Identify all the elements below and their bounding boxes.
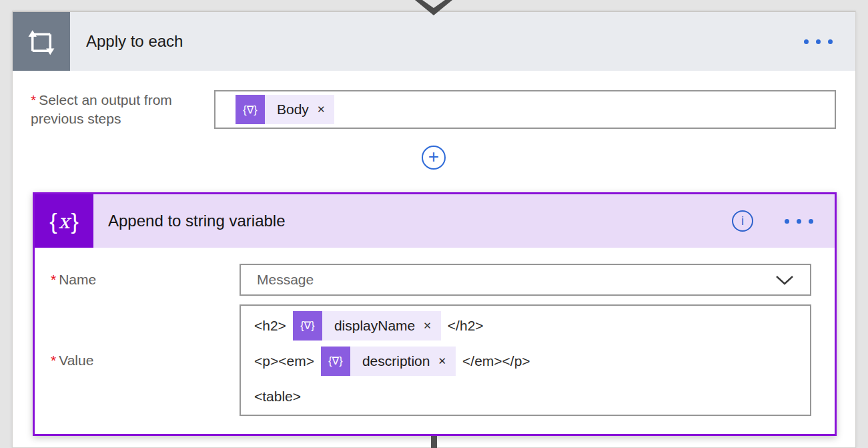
dynamic-content-token[interactable]: {∇}description✕: [321, 347, 456, 376]
dropdown-selected-value: Message: [257, 272, 775, 288]
html-text: <table>: [254, 389, 301, 405]
value-label-text: Value: [59, 353, 93, 369]
ellipsis-icon: [828, 39, 833, 44]
ellipsis-icon: [816, 39, 821, 44]
token-text: displayName: [334, 318, 415, 334]
required-asterisk: *: [51, 353, 56, 369]
connector-line: [431, 436, 437, 448]
dynamic-content-icon: {∇}: [321, 347, 350, 376]
token-close-icon[interactable]: ✕: [317, 103, 326, 116]
chevron-down-icon[interactable]: [775, 275, 794, 285]
token-label: displayName✕: [322, 311, 441, 341]
scope-title: Apply to each: [86, 32, 183, 51]
token-label: description✕: [350, 347, 456, 376]
select-output-label: *Select an output from previous steps: [31, 91, 191, 128]
append-to-string-variable-card: {x} Append to string variable i *Name Me…: [33, 192, 837, 436]
value-field-label: *Value: [51, 304, 93, 416]
value-input[interactable]: <h2>{∇}displayName✕</h2><p><em>{∇}descri…: [240, 304, 811, 416]
dynamic-content-token[interactable]: {∇}Body✕: [236, 95, 334, 124]
name-field-label: *Name: [51, 264, 96, 296]
required-asterisk: *: [31, 92, 36, 107]
ellipsis-icon: [785, 219, 789, 224]
html-text: <p><em>: [254, 353, 314, 369]
down-arrow-icon: [415, 0, 452, 15]
ellipsis-icon: [809, 219, 813, 224]
action-more-menu[interactable]: [782, 194, 816, 248]
token-close-icon[interactable]: ✕: [423, 320, 432, 332]
select-output-label-text: Select an output from previous steps: [31, 92, 172, 126]
variable-action-icon: {x}: [35, 194, 93, 248]
action-card-header[interactable]: {x} Append to string variable i: [35, 194, 835, 248]
apply-to-each-header[interactable]: Apply to each: [13, 12, 855, 71]
action-card-title: Append to string variable: [108, 212, 286, 230]
token-label: Body✕: [265, 95, 334, 124]
dynamic-content-icon: {∇}: [293, 311, 322, 341]
select-output-input[interactable]: {∇}Body✕: [214, 90, 836, 129]
brace-close: }: [71, 208, 78, 234]
brace-open: {: [49, 208, 57, 234]
add-action-button[interactable]: +: [422, 146, 446, 170]
variable-name-dropdown[interactable]: Message: [240, 264, 811, 296]
token-text: Body: [277, 101, 309, 118]
html-text: </h2>: [448, 318, 484, 334]
loop-icon: [26, 26, 57, 57]
dynamic-content-token[interactable]: {∇}displayName✕: [293, 311, 441, 341]
dynamic-content-icon: {∇}: [236, 95, 265, 124]
value-line: <h2>{∇}displayName✕</h2>: [254, 308, 810, 343]
token-close-icon[interactable]: ✕: [438, 355, 446, 367]
info-icon[interactable]: i: [732, 210, 753, 232]
action-card-body: *Name Message *Value <h2>{∇}displayName✕…: [35, 248, 835, 434]
required-asterisk: *: [51, 272, 56, 288]
value-line: <p><em>{∇}description✕</em></p>: [254, 344, 810, 379]
info-glyph: i: [741, 214, 744, 228]
apply-to-each-icon-box: [13, 12, 70, 71]
ellipsis-icon: [804, 39, 809, 44]
ellipsis-icon: [797, 219, 801, 224]
apply-to-each-scope: Apply to each *Select an output from pre…: [12, 11, 856, 448]
scope-more-menu[interactable]: [801, 12, 835, 71]
name-label-text: Name: [59, 272, 96, 288]
token-text: description: [362, 353, 430, 369]
plus-icon: +: [428, 148, 439, 166]
variable-x: x: [59, 210, 70, 233]
value-line: <table>: [254, 379, 810, 414]
html-text: <h2>: [254, 318, 286, 334]
html-text: </em></p>: [462, 353, 530, 369]
